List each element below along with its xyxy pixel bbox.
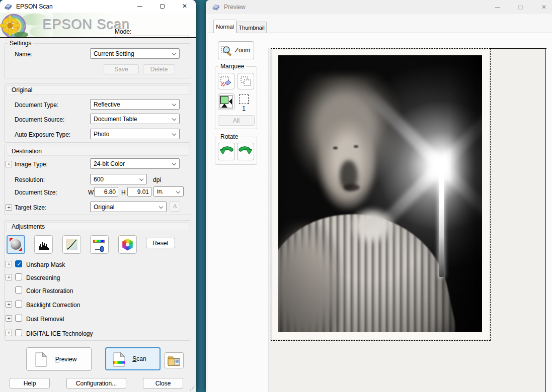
epson-scan-window: EPSON Scan ✕ [0, 0, 196, 392]
tab-thumbnail[interactable]: Thumbnail [236, 22, 267, 33]
scan-marquee[interactable] [271, 48, 491, 341]
reset-button[interactable]: Reset [146, 238, 175, 248]
unsharp-mask-checkbox[interactable] [15, 260, 22, 267]
dust-removal-expand-icon[interactable] [6, 315, 12, 322]
scan-window-title: EPSON Scan [16, 3, 53, 10]
descreening-checkbox[interactable] [15, 273, 22, 280]
destination-group: Destination Image Type: 24-bit Color Res… [4, 145, 191, 215]
chevron-down-icon [176, 189, 180, 193]
file-save-settings-button[interactable] [165, 352, 184, 368]
rotate-left-button[interactable] [218, 143, 235, 160]
color-palette-icon[interactable] [118, 235, 137, 254]
document-source-label: Document Source: [15, 116, 64, 123]
resolution-select[interactable]: 600 [90, 174, 147, 184]
preview-titlebar[interactable]: Preview ✕ [206, 0, 552, 14]
rotate-right-button[interactable] [237, 143, 254, 160]
adjustments-header: Adjustments [6, 222, 189, 231]
width-input[interactable] [94, 187, 118, 197]
desktop: EPSON Scan ✕ [0, 0, 552, 392]
target-size-lock-button[interactable]: A [170, 201, 180, 212]
duplicate-marquee-icon [240, 75, 253, 88]
digital-ice-checkbox[interactable] [15, 329, 22, 336]
duplicate-marquee-button[interactable] [238, 73, 254, 89]
image-type-select[interactable]: 24-bit Color [90, 158, 180, 169]
chevron-down-icon [172, 102, 176, 106]
configuration-button[interactable]: Configuration... [66, 378, 126, 388]
width-label: W [88, 189, 94, 196]
close-button[interactable]: Close [143, 378, 183, 388]
height-label: H [121, 189, 126, 196]
zoom-icon [221, 45, 233, 57]
help-button[interactable]: Help [10, 378, 50, 388]
save-button[interactable]: Save [104, 64, 139, 74]
backlight-correction-expand-icon[interactable] [6, 301, 12, 308]
chevron-down-icon [172, 51, 176, 55]
minimize-icon[interactable] [132, 0, 147, 12]
delete-marquee-button[interactable] [218, 73, 234, 89]
target-size-select[interactable]: Original [90, 202, 167, 212]
delete-button[interactable]: Delete [143, 64, 175, 74]
marquee-count-box [239, 94, 249, 104]
scan-titlebar[interactable]: EPSON Scan ✕ [0, 0, 196, 13]
image-type-expand-icon[interactable] [6, 161, 12, 167]
rotate-right-icon [239, 145, 253, 159]
adjustments-group: Adjustments Reset [4, 220, 191, 341]
digital-ice-expand-icon[interactable] [6, 330, 12, 336]
color-restoration-checkbox[interactable] [15, 286, 22, 293]
chevron-down-icon [172, 161, 176, 165]
close-icon[interactable]: ✕ [536, 1, 551, 13]
tone-correction-icon[interactable] [62, 235, 81, 254]
settings-group: Settings Name: Current Setting Save Dele… [4, 43, 191, 78]
preview-button[interactable]: Preview [26, 347, 92, 371]
image-type-label: Image Type: [15, 161, 48, 168]
all-marquees-button[interactable]: All [218, 115, 255, 126]
destination-header: Destination [6, 147, 189, 156]
resolution-label: Resolution: [15, 176, 45, 183]
color-restoration-label[interactable]: Color Restoration [26, 287, 73, 295]
marquee-legend: Marquee [218, 63, 246, 70]
size-unit-select[interactable]: in. [153, 186, 184, 197]
close-icon[interactable]: ✕ [177, 0, 192, 12]
backlight-correction-checkbox[interactable] [15, 301, 22, 308]
dust-removal-label[interactable]: Dust Removal [26, 316, 64, 323]
target-size-expand-icon[interactable] [6, 204, 12, 211]
setting-name-select[interactable]: Current Setting [90, 48, 180, 59]
auto-exposure-type-label: Auto Exposure Type: [15, 131, 70, 138]
preview-window-title: Preview [224, 4, 246, 11]
backlight-correction-label[interactable]: Backlight Correction [26, 302, 80, 309]
height-input[interactable] [127, 187, 151, 197]
document-type-select[interactable]: Reflective [90, 99, 180, 110]
unsharp-mask-expand-icon[interactable] [6, 261, 12, 267]
scan-page-icon [113, 352, 125, 367]
delete-marquee-icon [220, 75, 233, 88]
histogram-icon[interactable] [34, 235, 53, 254]
document-type-label: Document Type: [15, 102, 58, 109]
scan-button[interactable]: Scan [105, 347, 161, 370]
marquee-count: 1 [239, 105, 249, 112]
image-adjustment-icon[interactable] [90, 235, 109, 254]
descreening-label[interactable]: Descreening [26, 274, 60, 281]
auto-locate-icon [219, 95, 233, 109]
chevron-down-icon [159, 205, 163, 209]
minimize-icon[interactable] [490, 1, 505, 13]
auto-exposure-icon[interactable] [7, 235, 25, 254]
preview-scan-area[interactable] [269, 48, 546, 392]
rotate-legend: Rotate [218, 133, 240, 140]
document-source-select[interactable]: Document Table [90, 114, 180, 124]
auto-exposure-type-select[interactable]: Photo [90, 129, 180, 139]
digital-ice-label[interactable]: DIGITAL ICE Technology [26, 330, 93, 337]
auto-locate-button[interactable] [218, 93, 234, 110]
tab-normal[interactable]: Normal [213, 20, 236, 33]
maximize-icon[interactable] [154, 0, 170, 12]
scanned-photo-paper [272, 49, 490, 340]
unsharp-mask-label[interactable]: Unsharp Mask [26, 261, 65, 268]
rotate-left-icon [219, 145, 233, 159]
chevron-down-icon [139, 177, 143, 181]
zoom-button[interactable]: Zoom [218, 41, 254, 59]
epson-scan-app-icon [5, 3, 13, 11]
scanned-photo [278, 55, 482, 332]
resize-grip[interactable] [190, 386, 194, 390]
dust-removal-checkbox[interactable] [15, 315, 22, 322]
descreening-expand-icon[interactable] [6, 274, 12, 280]
maximize-icon[interactable] [513, 1, 528, 13]
